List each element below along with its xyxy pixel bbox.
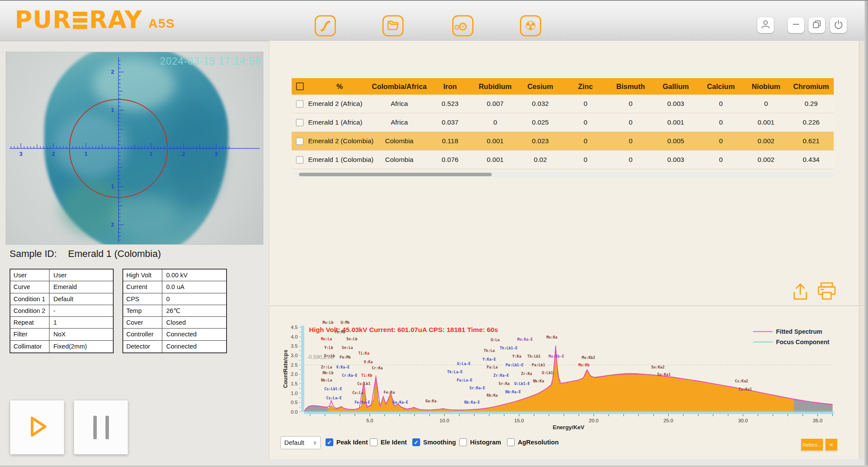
ruler-number: 3	[214, 151, 217, 157]
column-header: Iron	[427, 82, 473, 91]
checkbox[interactable]	[507, 438, 515, 446]
checkbox-label: Histogram	[470, 439, 501, 446]
preset-select[interactable]: Default ∨	[280, 436, 321, 449]
table-row[interactable]: Emerald 1 (Colombia)Colombia0.0760.0010.…	[292, 151, 834, 169]
value-cell: 0.023	[518, 137, 563, 145]
table-row[interactable]: Emerald 1 (Africa)Africa0.03700.025000.0…	[292, 113, 834, 132]
checkbox[interactable]: ✓	[326, 438, 333, 446]
collapse-panel-button[interactable]: <	[825, 438, 838, 451]
origin-cell: Africa	[371, 118, 427, 126]
y-tick-label: 4.5	[291, 325, 298, 330]
peak-label: Ga:Ka	[425, 399, 437, 403]
status-row: Temp26℃	[123, 305, 226, 317]
ruler-number: 1	[149, 151, 152, 157]
pause-measurement-button[interactable]	[74, 400, 128, 454]
status-value: 0	[162, 293, 226, 305]
maximize-button[interactable]	[809, 17, 825, 33]
peak-label: U:La	[491, 338, 500, 342]
x-tick-label: 25.0	[664, 418, 673, 423]
crosshair-ruler: 3211232112	[6, 52, 263, 244]
scrollbar-thumb[interactable]	[299, 173, 492, 176]
peak-label: Th:Mb	[334, 330, 345, 334]
model-label: A5S	[148, 17, 175, 30]
y-tick-label: 3.0	[291, 353, 298, 358]
app-logo: PURRAY A5S	[15, 8, 175, 32]
peak-label: Cs:La-E	[326, 396, 342, 400]
y-tick-label: 0.0	[291, 409, 298, 414]
status-value: 0.00 kV	[162, 270, 226, 281]
user-button[interactable]	[757, 17, 774, 33]
row-checkbox[interactable]	[296, 119, 303, 126]
peak-label: Nb:La	[321, 378, 332, 382]
checkbox[interactable]	[459, 438, 467, 446]
results-horizontal-scrollbar[interactable]	[293, 172, 834, 177]
checkbox[interactable]	[370, 438, 378, 446]
xray-source-button[interactable]: ☢	[520, 15, 541, 36]
option-smoothing[interactable]: ✓Smoothing	[412, 438, 456, 446]
peak-label: Zr:La	[321, 365, 332, 369]
setting-row: Repeat1	[10, 317, 113, 329]
option-peak-ident[interactable]: ✓Peak Ident	[326, 438, 368, 446]
status-label: Detector	[123, 341, 162, 352]
curve-button[interactable]	[315, 15, 336, 36]
peak-label: Mo:Lb	[322, 320, 334, 325]
open-folder-icon	[387, 20, 400, 32]
power-button[interactable]	[830, 17, 847, 33]
legend-label: Fitted Spectrum	[776, 328, 822, 335]
column-header: Niobium	[743, 82, 789, 91]
row-checkbox-cell	[292, 119, 308, 126]
peak-label: Nb:Ka-E	[505, 390, 521, 394]
option-ele-ident[interactable]: Ele Ident	[370, 438, 407, 446]
settings-button[interactable]: ⚙⚙	[452, 15, 473, 36]
select-all-checkbox[interactable]	[296, 82, 304, 90]
minimize-button[interactable]	[788, 17, 804, 33]
row-checkbox[interactable]	[296, 138, 303, 145]
peak-label: Th:La	[483, 349, 495, 353]
peak-label: Y:Ka	[513, 354, 521, 358]
checkbox-label: Peak Ident	[336, 439, 368, 446]
open-file-button[interactable]	[382, 15, 404, 36]
x-tick-label: 20.0	[589, 418, 598, 423]
peak-label: Pa:La-E	[457, 378, 473, 382]
table-row[interactable]: Emerald 2 (Colombia)Colombia0.1180.0010.…	[292, 132, 834, 151]
row-checkbox[interactable]	[296, 100, 303, 108]
setting-label: User	[10, 270, 49, 281]
status-label: CPS	[123, 293, 162, 305]
setting-row: Condition 2-	[10, 305, 113, 317]
value-cell: 0.001	[653, 118, 698, 126]
setting-value: User	[49, 270, 113, 281]
radiation-icon: ☢	[525, 20, 536, 33]
option-agresolution[interactable]: AgResolution	[507, 438, 559, 446]
status-row: DetectorConnected	[123, 341, 226, 352]
camera-view[interactable]: 3211232112 2024-03-15 17:14:56	[6, 52, 263, 245]
peak-label: U:Mb	[341, 320, 349, 325]
status-label: Current	[123, 281, 162, 293]
export-button[interactable]	[792, 282, 809, 303]
row-checkbox[interactable]	[296, 156, 303, 164]
column-header: Rubidium	[473, 82, 518, 91]
sample-id-label: Sample ID:	[10, 248, 57, 260]
legend-label: Focus Component	[776, 339, 829, 345]
results-table-body: Emerald 2 (Africa)Africa0.5230.0070.0320…	[292, 95, 834, 169]
start-measurement-button[interactable]	[10, 400, 64, 454]
peak-label: Zr:Lb	[324, 354, 335, 358]
value-cell: 0	[698, 100, 743, 108]
table-row[interactable]: Emerald 2 (Africa)Africa0.5230.0070.0320…	[292, 95, 834, 113]
print-button[interactable]	[817, 281, 837, 303]
checkbox[interactable]: ✓	[412, 438, 420, 446]
references-button[interactable]: Refers...	[801, 438, 823, 451]
measurement-settings-table: UserUserCurveEmeraldCondition 1DefaultCo…	[10, 269, 114, 353]
origin-cell: Africa	[371, 100, 427, 108]
peak-label: Sn:Ka2	[651, 365, 665, 369]
export-icon	[792, 295, 809, 303]
origin-cell: Colombia	[371, 156, 427, 164]
row-checkbox-cell	[292, 100, 308, 108]
spectrum-chart[interactable]: 0.00.51.01.52.02.53.03.54.04.55.010.015.…	[278, 305, 864, 431]
peak-label: U:Lb1	[542, 371, 553, 375]
status-row: High Volt0.00 kV	[123, 270, 226, 281]
preset-select-value: Default	[284, 439, 304, 446]
value-cell: 0.001	[743, 118, 789, 126]
y-axis	[301, 326, 304, 412]
option-histogram[interactable]: Histogram	[459, 438, 501, 446]
checkbox-label: AgResolution	[518, 439, 559, 446]
